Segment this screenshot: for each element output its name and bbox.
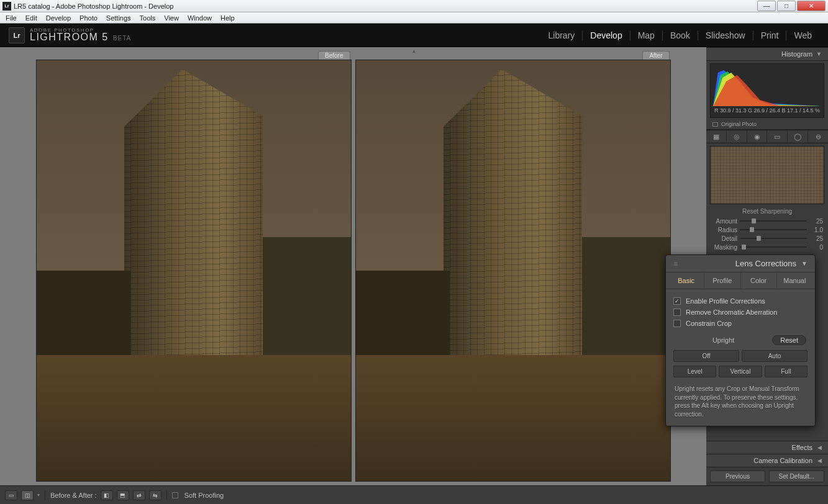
menu-view[interactable]: View xyxy=(160,14,183,22)
slider-track[interactable] xyxy=(740,238,807,239)
spot-tool-icon[interactable]: ◎ xyxy=(727,130,747,143)
lens-tab-manual[interactable]: Manual xyxy=(777,272,812,289)
menu-window[interactable]: Window xyxy=(183,14,216,22)
app-icon: Lr xyxy=(2,2,11,11)
readout-blue: B 17.1 / 14.5 xyxy=(781,107,813,114)
histogram-panel-header[interactable]: Histogram▼ xyxy=(706,47,828,61)
dropdown-icon[interactable]: ▾ xyxy=(37,492,40,498)
square-icon xyxy=(712,122,718,127)
chevron-left-icon: ◀ xyxy=(817,444,822,451)
original-photo-label: Original Photo xyxy=(721,121,757,127)
module-library[interactable]: Library xyxy=(541,30,583,40)
before-image[interactable] xyxy=(36,60,352,482)
upright-reset-button[interactable]: Reset xyxy=(772,335,806,345)
slider-thumb-icon[interactable] xyxy=(757,236,761,241)
histogram-display[interactable]: R 30.9 / 31.3 G 26.9 / 26.4 B 17.1 / 14.… xyxy=(710,63,824,118)
ba-mode-tb-icon[interactable]: ⬒ xyxy=(117,490,129,500)
menu-photo[interactable]: Photo xyxy=(75,14,102,22)
checkbox-remove-chroma[interactable] xyxy=(673,308,681,316)
checkbox-constrain-crop[interactable] xyxy=(673,320,681,327)
chevron-left-icon: ◀ xyxy=(817,457,822,464)
lens-corrections-header[interactable]: ≡ Lens Corrections ▼ xyxy=(666,255,815,272)
sharpen-slider-detail[interactable]: Detail 25 xyxy=(711,234,823,243)
after-image[interactable] xyxy=(355,60,671,482)
menubar: File Edit Develop Photo Settings Tools V… xyxy=(0,12,828,24)
canvas-area: Before After xyxy=(0,47,706,485)
remove-chromatic-aberration-row[interactable]: Remove Chromatic Aberration xyxy=(673,307,808,318)
module-slideshow[interactable]: Slideshow xyxy=(698,30,753,40)
loupe-view-icon[interactable]: ▭ xyxy=(5,490,17,500)
slider-track[interactable] xyxy=(740,246,807,248)
module-map[interactable]: Map xyxy=(630,30,663,40)
lens-tab-profile[interactable]: Profile xyxy=(704,272,740,289)
readout-green: G 26.9 / 26.4 xyxy=(748,107,780,114)
grad-tool-icon[interactable]: ▭ xyxy=(767,130,788,143)
crop-tool-icon[interactable]: ▦ xyxy=(706,130,727,143)
menu-develop[interactable]: Develop xyxy=(42,14,75,22)
window-titlebar: Lr LR5 catalog - Adobe Photoshop Lightro… xyxy=(0,0,828,12)
chevron-down-icon: ▼ xyxy=(816,51,822,57)
slider-thumb-icon[interactable] xyxy=(742,245,746,250)
constrain-crop-row[interactable]: Constrain Crop xyxy=(673,318,808,329)
histogram-title: Histogram xyxy=(781,50,812,58)
slider-label: Amount xyxy=(711,218,737,225)
module-print[interactable]: Print xyxy=(753,30,787,40)
upright-level-button[interactable]: Level xyxy=(673,366,716,377)
slider-thumb-icon[interactable] xyxy=(752,218,756,223)
sharpen-slider-radius[interactable]: Radius 1.0 xyxy=(711,225,823,234)
lens-tab-color[interactable]: Color xyxy=(741,272,777,289)
ba-copy-icon[interactable]: ⇆ xyxy=(149,490,162,500)
original-photo-toggle[interactable]: Original Photo xyxy=(706,119,828,130)
radial-tool-icon[interactable]: ◯ xyxy=(788,130,808,143)
upright-auto-button[interactable]: Auto xyxy=(742,350,808,362)
menu-tools[interactable]: Tools xyxy=(135,14,160,22)
slider-value: 25 xyxy=(809,235,823,242)
slider-value: 1.0 xyxy=(809,227,823,233)
drag-handle-icon[interactable]: ≡ xyxy=(673,259,678,268)
minimize-button[interactable]: — xyxy=(757,1,776,11)
lens-tab-basic[interactable]: Basic xyxy=(668,272,704,289)
effects-panel-header[interactable]: Effects◀ xyxy=(706,441,828,454)
previous-button[interactable]: Previous xyxy=(710,470,765,482)
ba-mode-lr-icon[interactable]: ◧ xyxy=(101,490,113,500)
upright-info-text: Upright resets any Crop or Manual Transf… xyxy=(673,380,808,421)
menu-settings[interactable]: Settings xyxy=(102,14,135,22)
set-default-button[interactable]: Set Default... xyxy=(769,470,824,482)
before-after-label: Before & After : xyxy=(50,492,97,499)
slider-track[interactable] xyxy=(740,229,807,230)
before-after-view-icon[interactable]: ◫ xyxy=(21,490,34,500)
checkbox-enable-profile[interactable] xyxy=(673,297,681,305)
soft-proofing-checkbox[interactable] xyxy=(172,492,178,498)
after-pane: After xyxy=(355,51,671,482)
camera-calibration-title: Camera Calibration xyxy=(753,457,812,464)
menu-edit[interactable]: Edit xyxy=(21,14,42,22)
upright-vertical-button[interactable]: Vertical xyxy=(719,366,762,377)
module-develop[interactable]: Develop xyxy=(583,30,630,40)
module-web[interactable]: Web xyxy=(786,30,819,40)
menu-file[interactable]: File xyxy=(1,14,21,22)
detail-preview[interactable] xyxy=(710,146,824,204)
upright-off-button[interactable]: Off xyxy=(673,350,739,362)
ba-swap-icon[interactable]: ⇄ xyxy=(133,490,145,500)
histogram-readout: R 30.9 / 31.3 G 26.9 / 26.4 B 17.1 / 14.… xyxy=(713,107,821,114)
top-panel-grip-icon[interactable]: ▴ xyxy=(412,47,416,54)
slider-track[interactable] xyxy=(740,220,807,222)
sharpen-slider-masking[interactable]: Masking 0 xyxy=(711,243,823,251)
after-label: After xyxy=(642,51,669,60)
chevron-down-icon: ▼ xyxy=(801,260,808,267)
redeye-tool-icon[interactable]: ◉ xyxy=(747,130,768,143)
menu-help[interactable]: Help xyxy=(216,14,239,22)
close-button[interactable]: ✕ xyxy=(797,1,826,11)
slider-thumb-icon[interactable] xyxy=(750,227,754,232)
enable-profile-corrections-row[interactable]: Enable Profile Corrections xyxy=(673,295,808,307)
maximize-button[interactable]: □ xyxy=(777,1,796,11)
module-book[interactable]: Book xyxy=(663,30,698,40)
upright-full-button[interactable]: Full xyxy=(765,366,808,377)
lightroom-logo-icon: Lr xyxy=(9,27,25,43)
camera-calibration-panel-header[interactable]: Camera Calibration◀ xyxy=(706,454,828,467)
sharpen-slider-amount[interactable]: Amount 25 xyxy=(711,217,823,225)
tool-strip: ▦ ◎ ◉ ▭ ◯ ⊖ xyxy=(706,130,828,143)
brush-tool-icon[interactable]: ⊖ xyxy=(808,130,828,143)
product-title: LIGHTROOM 5 xyxy=(30,32,109,42)
before-pane: Before xyxy=(36,51,352,482)
